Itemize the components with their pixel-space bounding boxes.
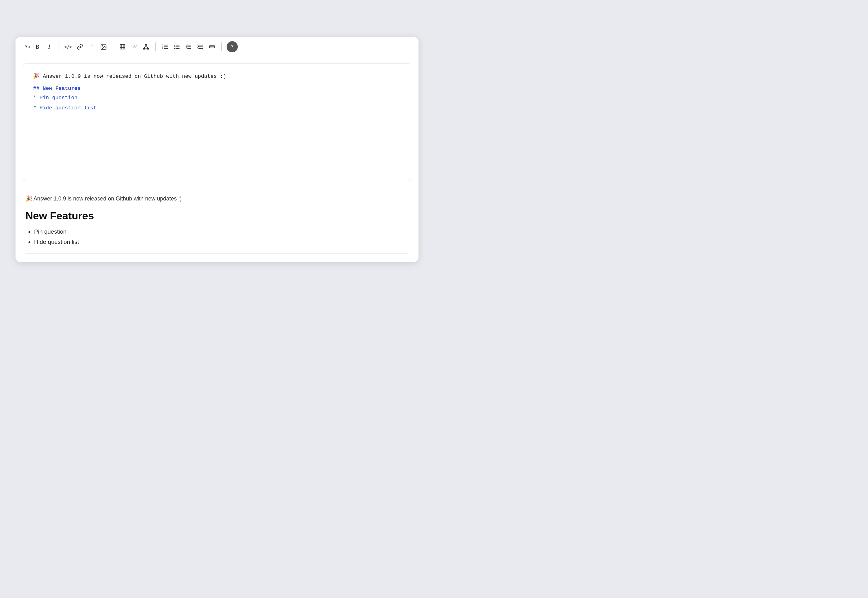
preview-list: Pin question Hide question list <box>25 227 409 247</box>
toolbar-group-table: 123 <box>117 41 151 52</box>
horizontal-rule-icon <box>209 43 216 50</box>
code-button[interactable]: </> <box>63 41 74 52</box>
table-button[interactable] <box>117 41 128 52</box>
svg-line-10 <box>144 46 146 48</box>
indent-more-button[interactable] <box>183 41 194 52</box>
editor-list-item-1: * Pin question <box>33 94 401 102</box>
italic-button[interactable]: I <box>44 41 55 52</box>
ordered-list-icon: 1 2 3 <box>162 43 168 50</box>
markdown-editor[interactable]: 🎉 Answer 1.0.9 is now released on Github… <box>23 63 411 181</box>
editor-announcement: 🎉 Answer 1.0.9 is now released on Github… <box>33 72 401 81</box>
link-icon <box>77 44 83 50</box>
svg-point-23 <box>174 46 175 48</box>
divider-1 <box>58 42 59 51</box>
svg-point-1 <box>102 46 103 46</box>
svg-point-8 <box>143 48 144 49</box>
editor-container: Aa B I </> " <box>15 37 419 262</box>
svg-text:3: 3 <box>162 48 163 49</box>
bold-button[interactable]: B <box>32 41 43 52</box>
quote-button[interactable]: " <box>86 41 97 52</box>
svg-line-11 <box>146 46 148 48</box>
svg-point-22 <box>174 45 175 46</box>
diagram-button[interactable] <box>141 41 151 52</box>
toolbar-group-text: Aa B I <box>23 41 55 52</box>
number-button[interactable]: 123 <box>129 41 140 52</box>
preview-announcement: 🎉 Answer 1.0.9 is now released on Github… <box>25 194 409 203</box>
svg-point-24 <box>174 48 175 49</box>
unordered-list-icon <box>173 43 180 50</box>
svg-text:1: 1 <box>162 44 163 46</box>
editor-list-item-2: * Hide question list <box>33 104 401 112</box>
link-button[interactable] <box>75 41 85 52</box>
preview-list-item: Pin question <box>34 227 409 237</box>
toolbar: Aa B I </> " <box>15 37 419 57</box>
svg-text:2: 2 <box>162 46 163 48</box>
preview-heading: New Features <box>25 210 409 222</box>
preview-area: 🎉 Answer 1.0.9 is now released on Github… <box>15 187 419 262</box>
help-button[interactable]: ? <box>227 41 238 52</box>
svg-point-9 <box>147 48 148 49</box>
diagram-icon <box>142 43 150 50</box>
horizontal-rule-button[interactable] <box>207 41 218 52</box>
divider-3 <box>155 42 156 51</box>
image-button[interactable] <box>98 41 109 52</box>
ordered-list-button[interactable]: 1 2 3 <box>159 41 171 52</box>
svg-rect-2 <box>120 45 125 49</box>
table-icon <box>119 44 126 50</box>
image-icon <box>100 43 107 50</box>
editor-heading-line: ## New Features <box>33 84 401 93</box>
indent-less-button[interactable] <box>195 41 206 52</box>
svg-point-7 <box>145 44 147 46</box>
toolbar-group-lists: 1 2 3 <box>159 41 218 52</box>
indent-more-icon <box>185 43 192 50</box>
font-size-button[interactable]: Aa <box>23 41 31 52</box>
unordered-list-button[interactable] <box>171 41 182 52</box>
preview-list-item: Hide question list <box>34 237 409 247</box>
toolbar-group-inline: </> " <box>63 41 109 52</box>
indent-less-icon <box>197 43 204 50</box>
divider-2 <box>113 42 113 51</box>
